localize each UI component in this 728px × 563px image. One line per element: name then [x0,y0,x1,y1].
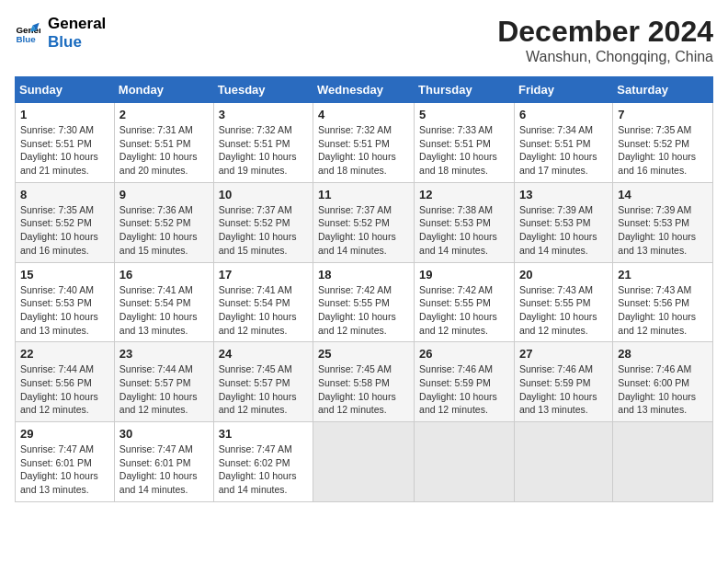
day-number: 12 [419,188,509,201]
day-info: Sunrise: 7:44 AM Sunset: 5:57 PM Dayligh… [119,362,209,417]
day-number: 15 [20,268,109,282]
calendar-cell: 26Sunrise: 7:46 AM Sunset: 5:59 PM Dayli… [415,342,515,422]
day-number: 18 [318,268,409,282]
day-of-week-header: Saturday [613,77,713,103]
calendar-cell: 28Sunrise: 7:46 AM Sunset: 6:00 PM Dayli… [613,342,713,422]
calendar-cell: 29Sunrise: 7:47 AM Sunset: 6:01 PM Dayli… [16,422,115,502]
calendar-cell: 24Sunrise: 7:45 AM Sunset: 5:57 PM Dayli… [213,342,313,422]
calendar-cell: 30Sunrise: 7:47 AM Sunset: 6:01 PM Dayli… [114,422,213,502]
day-info: Sunrise: 7:37 AM Sunset: 5:52 PM Dayligh… [318,203,409,258]
day-number: 29 [20,427,109,441]
day-of-week-header: Friday [514,77,612,103]
day-info: Sunrise: 7:46 AM Sunset: 6:00 PM Dayligh… [618,362,708,417]
day-of-week-header: Thursday [415,77,515,103]
calendar-cell: 17Sunrise: 7:41 AM Sunset: 5:54 PM Dayli… [213,262,313,342]
day-info: Sunrise: 7:36 AM Sunset: 5:52 PM Dayligh… [119,203,209,258]
day-number: 24 [219,347,308,361]
calendar-week-row: 8Sunrise: 7:35 AM Sunset: 5:52 PM Daylig… [16,182,713,262]
day-info: Sunrise: 7:39 AM Sunset: 5:53 PM Dayligh… [618,203,708,258]
day-info: Sunrise: 7:34 AM Sunset: 5:51 PM Dayligh… [519,123,608,178]
day-info: Sunrise: 7:46 AM Sunset: 5:59 PM Dayligh… [519,362,608,417]
day-number: 25 [318,347,409,361]
day-number: 31 [219,427,308,441]
calendar-week-row: 1Sunrise: 7:30 AM Sunset: 5:51 PM Daylig… [16,103,713,183]
calendar-cell: 13Sunrise: 7:39 AM Sunset: 5:53 PM Dayli… [514,182,612,262]
calendar-cell: 21Sunrise: 7:43 AM Sunset: 5:56 PM Dayli… [613,262,713,342]
calendar-cell: 14Sunrise: 7:39 AM Sunset: 5:53 PM Dayli… [613,182,713,262]
day-number: 4 [318,108,409,121]
day-info: Sunrise: 7:37 AM Sunset: 5:52 PM Dayligh… [219,203,308,258]
day-info: Sunrise: 7:41 AM Sunset: 5:54 PM Dayligh… [219,283,308,338]
day-number: 17 [219,268,308,282]
day-number: 26 [419,347,509,361]
calendar-cell [514,422,612,502]
day-number: 27 [519,347,608,361]
day-number: 21 [618,268,708,282]
day-info: Sunrise: 7:43 AM Sunset: 5:56 PM Dayligh… [618,283,708,338]
calendar-cell: 19Sunrise: 7:42 AM Sunset: 5:55 PM Dayli… [415,262,515,342]
day-number: 30 [119,427,209,441]
month-year-title: December 2024 [497,15,713,49]
logo: General Blue General Blue [15,15,106,52]
day-number: 13 [519,188,608,201]
day-number: 5 [419,108,509,121]
day-info: Sunrise: 7:47 AM Sunset: 6:01 PM Dayligh… [20,442,109,497]
day-number: 6 [519,108,608,121]
page-header: General Blue General Blue December 2024 … [15,15,713,65]
day-info: Sunrise: 7:42 AM Sunset: 5:55 PM Dayligh… [318,283,409,338]
calendar-cell: 7Sunrise: 7:35 AM Sunset: 5:52 PM Daylig… [613,103,713,183]
day-info: Sunrise: 7:41 AM Sunset: 5:54 PM Dayligh… [119,283,209,338]
calendar-week-row: 15Sunrise: 7:40 AM Sunset: 5:53 PM Dayli… [16,262,713,342]
calendar-cell [415,422,515,502]
day-number: 16 [119,268,209,282]
svg-text:Blue: Blue [16,34,36,44]
logo-general: General [48,15,106,33]
calendar-cell: 18Sunrise: 7:42 AM Sunset: 5:55 PM Dayli… [313,262,415,342]
calendar-cell: 23Sunrise: 7:44 AM Sunset: 5:57 PM Dayli… [114,342,213,422]
day-of-week-header: Sunday [16,77,115,103]
day-info: Sunrise: 7:33 AM Sunset: 5:51 PM Dayligh… [419,123,509,178]
day-info: Sunrise: 7:30 AM Sunset: 5:51 PM Dayligh… [20,123,109,178]
day-info: Sunrise: 7:32 AM Sunset: 5:51 PM Dayligh… [318,123,409,178]
day-info: Sunrise: 7:39 AM Sunset: 5:53 PM Dayligh… [519,203,608,258]
day-info: Sunrise: 7:47 AM Sunset: 6:02 PM Dayligh… [219,442,308,497]
calendar-cell: 8Sunrise: 7:35 AM Sunset: 5:52 PM Daylig… [16,182,115,262]
day-info: Sunrise: 7:31 AM Sunset: 5:51 PM Dayligh… [119,123,209,178]
day-info: Sunrise: 7:32 AM Sunset: 5:51 PM Dayligh… [219,123,308,178]
day-of-week-header: Tuesday [213,77,313,103]
calendar-cell: 25Sunrise: 7:45 AM Sunset: 5:58 PM Dayli… [313,342,415,422]
calendar-cell: 9Sunrise: 7:36 AM Sunset: 5:52 PM Daylig… [114,182,213,262]
day-number: 22 [20,347,109,361]
logo-blue: Blue [48,33,106,52]
calendar-cell: 15Sunrise: 7:40 AM Sunset: 5:53 PM Dayli… [16,262,115,342]
calendar-cell: 16Sunrise: 7:41 AM Sunset: 5:54 PM Dayli… [114,262,213,342]
calendar-cell: 12Sunrise: 7:38 AM Sunset: 5:53 PM Dayli… [415,182,515,262]
calendar-cell: 11Sunrise: 7:37 AM Sunset: 5:52 PM Dayli… [313,182,415,262]
day-info: Sunrise: 7:38 AM Sunset: 5:53 PM Dayligh… [419,203,509,258]
day-number: 3 [219,108,308,121]
day-number: 19 [419,268,509,282]
calendar-cell: 2Sunrise: 7:31 AM Sunset: 5:51 PM Daylig… [114,103,213,183]
day-info: Sunrise: 7:45 AM Sunset: 5:58 PM Dayligh… [318,362,409,417]
day-info: Sunrise: 7:43 AM Sunset: 5:55 PM Dayligh… [519,283,608,338]
day-number: 10 [219,188,308,201]
day-number: 8 [20,188,109,201]
calendar-cell [313,422,415,502]
calendar-cell: 1Sunrise: 7:30 AM Sunset: 5:51 PM Daylig… [16,103,115,183]
title-section: December 2024 Wanshun, Chongqing, China [497,15,713,65]
day-info: Sunrise: 7:47 AM Sunset: 6:01 PM Dayligh… [119,442,209,497]
day-info: Sunrise: 7:45 AM Sunset: 5:57 PM Dayligh… [219,362,308,417]
day-number: 7 [618,108,708,121]
calendar-cell: 22Sunrise: 7:44 AM Sunset: 5:56 PM Dayli… [16,342,115,422]
calendar-cell: 6Sunrise: 7:34 AM Sunset: 5:51 PM Daylig… [514,103,612,183]
day-number: 28 [618,347,708,361]
calendar-table: SundayMondayTuesdayWednesdayThursdayFrid… [15,76,713,502]
day-number: 23 [119,347,209,361]
logo-icon: General Blue [15,20,40,46]
day-number: 2 [119,108,209,121]
calendar-week-row: 29Sunrise: 7:47 AM Sunset: 6:01 PM Dayli… [16,422,713,502]
day-of-week-header: Monday [114,77,213,103]
calendar-cell: 4Sunrise: 7:32 AM Sunset: 5:51 PM Daylig… [313,103,415,183]
day-info: Sunrise: 7:42 AM Sunset: 5:55 PM Dayligh… [419,283,509,338]
day-number: 1 [20,108,109,121]
